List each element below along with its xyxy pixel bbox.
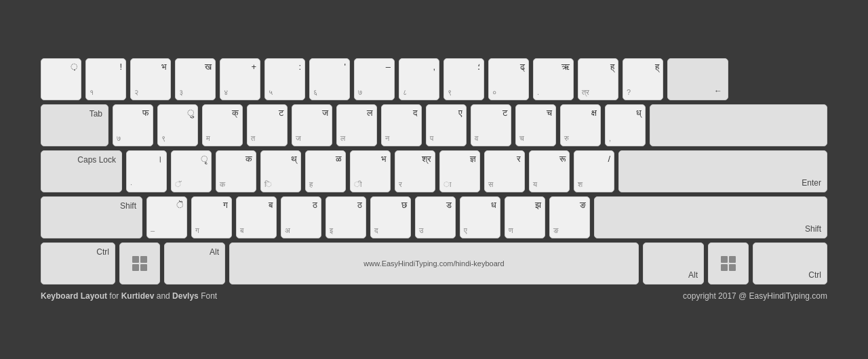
key-z[interactable]: ॆ –	[146, 196, 187, 238]
key-p[interactable]: च च	[515, 104, 556, 146]
space-key[interactable]: www.EasyHindiTyping.com/hindi-keyboard	[229, 242, 639, 284]
key-equal[interactable]: ह् त्र	[578, 58, 618, 100]
key-g[interactable]: ळ ह	[305, 150, 346, 192]
left-ctrl-key[interactable]: Ctrl	[41, 242, 115, 284]
left-alt-key[interactable]: Alt	[164, 242, 225, 284]
key-l[interactable]: र स	[484, 150, 525, 192]
footer-devlys-label: Devlys	[172, 291, 199, 301]
key-4[interactable]: + ४	[220, 58, 260, 100]
key-semicolon[interactable]: रू य	[529, 150, 570, 192]
key-2[interactable]: भ २	[130, 58, 171, 100]
footer-and-label: and	[157, 291, 172, 301]
right-shift-label: Shift	[805, 224, 821, 234]
key-t[interactable]: ज ज	[292, 104, 332, 146]
key-w[interactable]: ु ९	[157, 104, 198, 146]
space-label: www.EasyHindiTyping.com/hindi-keyboard	[363, 259, 504, 268]
left-shift-label: Shift	[120, 201, 136, 211]
key-minus[interactable]: ऋ .	[533, 58, 574, 100]
key-y[interactable]: ल ल	[336, 104, 377, 146]
key-f[interactable]: थ् ि	[260, 150, 301, 192]
row-3: Caps Lock । · ृ ॅ क क थ् ि ळ ह भ ी श्र र	[41, 150, 827, 192]
key-1[interactable]: ! १	[85, 58, 126, 100]
right-alt-key[interactable]: Alt	[643, 242, 704, 284]
footer-keyboard-label: Keyboard Layout	[41, 291, 107, 301]
key-rbracket[interactable]: ध् ,	[605, 104, 646, 146]
key-0[interactable]: ढ् ०	[488, 58, 529, 100]
key-quote[interactable]: / श	[574, 150, 614, 192]
row-1: ़ ! १ भ २ ख ३ + ४ : ५ ' ६ – ७	[41, 58, 827, 100]
footer: Keyboard Layout for Kurtidev and Devlys …	[41, 291, 827, 301]
key-u[interactable]: द न	[381, 104, 422, 146]
key-k[interactable]: ज्ञ ा	[439, 150, 480, 192]
footer-kurtidev-label: Kurtidev	[121, 291, 155, 301]
footer-for-label: for	[109, 291, 121, 301]
left-shift-key[interactable]: Shift	[41, 196, 142, 238]
footer-right: copyright 2017 @ EasyHindiTyping.com	[683, 291, 827, 301]
footer-font-label: Font	[201, 291, 217, 301]
left-alt-label: Alt	[210, 247, 219, 257]
key-h[interactable]: भ ी	[350, 150, 391, 192]
left-win-key[interactable]	[119, 242, 160, 284]
right-alt-label: Alt	[688, 270, 698, 280]
key-8[interactable]: , ८	[399, 58, 439, 100]
key-period[interactable]: झ ण	[505, 196, 545, 238]
key-m[interactable]: ड उ	[415, 196, 456, 238]
row-5: Ctrl Alt www.EasyHindiTyping.com/hindi-k…	[41, 242, 827, 284]
right-ctrl-label: Ctrl	[808, 270, 821, 280]
right-ctrl-key[interactable]: Ctrl	[753, 242, 827, 284]
left-ctrl-label: Ctrl	[96, 247, 109, 257]
caps-lock-key[interactable]: Caps Lock	[41, 150, 122, 192]
key-slash[interactable]: ङ ङ	[549, 196, 590, 238]
key-x[interactable]: ग ग	[191, 196, 232, 238]
key-lbracket[interactable]: क्ष रु	[560, 104, 601, 146]
key-n[interactable]: छ द	[370, 196, 411, 238]
row-2: Tab फ ७ ु ९ क् म ट त ज ज ल ल द न	[41, 104, 827, 146]
key-3[interactable]: ख ३	[175, 58, 216, 100]
enter-label: Enter	[802, 178, 821, 188]
key-b[interactable]: ठ इ	[326, 196, 366, 238]
key-i[interactable]: ए प	[426, 104, 467, 146]
key-s[interactable]: ृ ॅ	[171, 150, 212, 192]
backspace-label: ←	[714, 86, 722, 96]
tab-label: Tab	[90, 109, 102, 119]
enter-key[interactable]: Enter	[618, 150, 827, 192]
key-o[interactable]: ट व	[471, 104, 511, 146]
right-win-key[interactable]	[708, 242, 749, 284]
right-win-icon	[714, 247, 743, 280]
key-j[interactable]: श्र र	[395, 150, 435, 192]
key-q[interactable]: फ ७	[113, 104, 153, 146]
tab-key[interactable]: Tab	[41, 104, 108, 146]
right-shift-key[interactable]: Shift	[594, 196, 827, 238]
left-win-icon	[125, 247, 154, 280]
key-bracket[interactable]: ह् ?	[623, 58, 663, 100]
enter-key-top[interactable]	[650, 104, 827, 146]
key-e[interactable]: क् म	[202, 104, 243, 146]
caps-lock-label: Caps Lock	[77, 155, 116, 165]
key-d[interactable]: क क	[216, 150, 256, 192]
key-c[interactable]: ब ब	[236, 196, 277, 238]
row-4: Shift ॆ – ग ग ब ब ठ अ ठ इ छ द ड उ	[41, 196, 827, 238]
backspace-key[interactable]: ←	[667, 58, 728, 100]
keyboard: ़ ! १ भ २ ख ३ + ४ : ५ ' ६ – ७	[41, 58, 827, 301]
key-5[interactable]: : ५	[264, 58, 305, 100]
key-a[interactable]: । ·	[126, 150, 167, 192]
key-6[interactable]: ' ६	[309, 58, 350, 100]
key-comma[interactable]: ध ए	[460, 196, 500, 238]
key-9[interactable]: ؛ ९	[443, 58, 484, 100]
key-7[interactable]: – ७	[354, 58, 395, 100]
key-v[interactable]: ठ अ	[281, 196, 321, 238]
key-r[interactable]: ट त	[247, 104, 288, 146]
key-backtick[interactable]: ़	[41, 58, 81, 100]
footer-left: Keyboard Layout for Kurtidev and Devlys …	[41, 291, 217, 301]
